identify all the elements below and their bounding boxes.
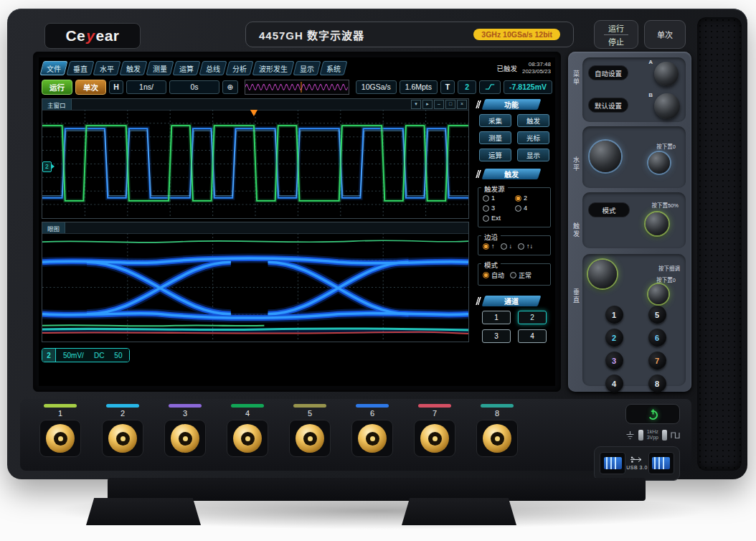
menu-tab-trigger[interactable]: 触发	[120, 61, 148, 75]
eye-plot-area[interactable]	[42, 233, 468, 342]
trigger-source-4[interactable]: 4	[515, 204, 546, 212]
func-btn-display[interactable]: 显示	[517, 149, 549, 161]
brand-text-2: y	[85, 27, 95, 44]
window-close-icon[interactable]: ×	[457, 100, 467, 109]
vertical-scale-knob[interactable]	[588, 260, 617, 288]
menu-tab-system[interactable]: 系统	[320, 61, 348, 75]
trigger-t-button[interactable]: T	[440, 80, 455, 94]
vertical-knob-group: 按下细调 按下置0 1 5 2 6 3 7 4 8	[582, 254, 686, 386]
func-btn-math[interactable]: 运算	[479, 149, 511, 161]
bnc-connector	[164, 420, 206, 457]
channel-button-1[interactable]: 1	[605, 306, 623, 324]
menu-tab-display[interactable]: 显示	[293, 61, 321, 75]
default-setup-button[interactable]: 默认设置	[588, 98, 628, 113]
usb-port-1	[600, 452, 625, 474]
run-indicator[interactable]: 运行	[42, 80, 72, 95]
single-label: 单次	[657, 29, 673, 40]
mode-normal[interactable]: 正常	[510, 270, 531, 280]
timebase-readout[interactable]: 1ns/	[126, 80, 166, 94]
menu-tab-wavegen[interactable]: 波形发生	[252, 61, 295, 75]
run-stop-button[interactable]: 运行 停止	[594, 20, 638, 49]
section-label-vertical: 垂直	[572, 288, 581, 304]
trigger-source-3[interactable]: 3	[483, 204, 514, 212]
io-cluster: 1kHz 3Vpp USB 3.0	[567, 404, 691, 471]
vertical-position-knob[interactable]	[648, 284, 668, 304]
channel-ground-marker[interactable]: 2	[42, 161, 52, 172]
model-plate: 4457GH 数字示波器 3GHz 10GSa/s 12bit	[245, 22, 574, 47]
trigger-slope-icon[interactable]	[479, 80, 501, 94]
multipurpose-knob-a[interactable]	[654, 62, 679, 86]
function-section-header: 功能	[483, 99, 539, 110]
physical-control-panel: 菜单 水平 触发 垂直 自动设置 默认设置 A B 按下置0	[568, 52, 691, 392]
eye-window-tab[interactable]: 眼图	[42, 222, 65, 233]
auto-setup-button[interactable]: 自动设置	[588, 65, 628, 80]
trigger-source-2[interactable]: 2	[515, 194, 546, 202]
channel-button-7[interactable]: 7	[648, 352, 666, 370]
channel-button-5[interactable]: 5	[648, 306, 666, 324]
trigger-source-1[interactable]: 1	[483, 194, 514, 202]
edge-falling[interactable]: ↓	[501, 243, 513, 250]
multipurpose-knob-b[interactable]	[654, 93, 680, 119]
usb-port-2	[648, 452, 674, 474]
horizontal-h-button[interactable]: H	[109, 80, 123, 94]
probe-comp-ground-tab[interactable]	[638, 430, 643, 441]
main-plot-area[interactable]: 2	[42, 110, 468, 218]
window-minimize-icon[interactable]: –	[434, 100, 444, 109]
square-wave-icon	[671, 431, 680, 440]
zoom-icon[interactable]: ⊕	[222, 80, 238, 94]
superspeed-icon	[629, 456, 645, 463]
sample-rate-readout: 10GSa/s	[356, 80, 397, 94]
mode-auto[interactable]: 自动	[483, 270, 504, 280]
section-label-menu: 菜单	[572, 70, 581, 86]
channel-select-4[interactable]: 4	[518, 329, 547, 343]
channel-color-strip	[418, 404, 451, 408]
main-window-tab[interactable]: 主窗口	[42, 99, 72, 110]
brand-text-3: ear	[96, 27, 120, 44]
single-button[interactable]: 单次	[644, 20, 686, 49]
channel-button-8[interactable]: 8	[648, 375, 666, 392]
edge-both[interactable]: ↑↓	[518, 243, 533, 250]
window-maximize-icon[interactable]: □	[445, 100, 455, 109]
window-collapse-icon[interactable]: ▾	[411, 100, 421, 109]
single-indicator[interactable]: 单次	[75, 80, 106, 95]
horizontal-position-knob[interactable]	[648, 152, 670, 174]
probe-comp-signal-tab[interactable]	[662, 430, 667, 441]
func-btn-trigger[interactable]: 触发	[517, 114, 549, 127]
menu-tab-vertical[interactable]: 垂直	[67, 61, 95, 75]
func-btn-acquire[interactable]: 采集	[479, 114, 511, 127]
trigger-source-group: 触发源 1 2 3 4 Ext	[478, 187, 551, 227]
func-btn-cursor[interactable]: 光标	[517, 131, 549, 144]
func-btn-measure[interactable]: 测量	[479, 131, 511, 144]
power-button[interactable]	[625, 404, 680, 424]
coupling: DC	[94, 352, 104, 359]
horizontal-scale-knob[interactable]	[590, 141, 621, 172]
channel-button-2[interactable]: 2	[605, 329, 623, 347]
waveform-preview-strip[interactable]	[245, 80, 349, 95]
bnc-channel-7: 7	[409, 404, 460, 471]
horizontal-position-readout[interactable]: 0s	[169, 80, 219, 94]
menu-tab-measure[interactable]: 测量	[146, 61, 174, 75]
window-expand-icon[interactable]: ▸	[422, 100, 433, 109]
trigger-source-ext[interactable]: Ext	[483, 215, 514, 222]
trigger-mode-button[interactable]: 模式	[588, 202, 630, 217]
channel-select-3[interactable]: 3	[482, 329, 511, 343]
channel-select-2[interactable]: 2	[518, 311, 547, 324]
channel-button-4[interactable]: 4	[605, 375, 623, 392]
channel-select-1[interactable]: 1	[482, 311, 511, 324]
channel-status-row: 2 50mV/ DC 50	[42, 348, 130, 362]
trigger-level-readout[interactable]: -7.8125mV	[504, 80, 552, 94]
menu-tab-bus[interactable]: 总线	[199, 61, 227, 75]
menu-tab-file[interactable]: 文件	[40, 61, 68, 75]
channel-button-6[interactable]: 6	[648, 329, 666, 347]
menu-tab-horizontal[interactable]: 水平	[93, 61, 121, 75]
menu-tab-math[interactable]: 运算	[173, 61, 201, 75]
menu-tab-analysis[interactable]: 分析	[226, 61, 254, 75]
edge-rising[interactable]: ↑	[483, 243, 495, 250]
usb-panel: USB 3.0	[594, 446, 680, 481]
trigger-section-header: 触发	[483, 169, 539, 179]
bnc-connector	[476, 420, 518, 457]
channel-button-3[interactable]: 3	[605, 352, 623, 370]
channel2-status-badge[interactable]: 2 50mV/ DC 50	[42, 348, 130, 362]
trigger-source-readout[interactable]: 2	[458, 80, 476, 94]
trigger-level-knob[interactable]	[646, 212, 668, 235]
